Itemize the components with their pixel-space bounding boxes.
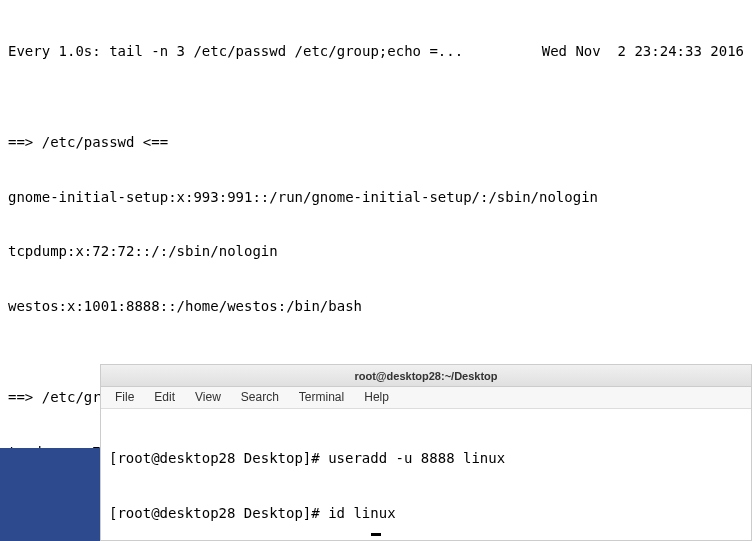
bg-line: tcpdump:x:72:72::/:/sbin/nologin — [8, 242, 744, 260]
menubar: File Edit View Search Terminal Help — [101, 387, 751, 409]
cursor-icon — [371, 533, 381, 536]
menu-help[interactable]: Help — [356, 388, 397, 408]
bg-line: ==> /etc/passwd <== — [8, 133, 744, 151]
window-title: root@desktop28:~/Desktop — [354, 370, 497, 382]
terminal-window: root@desktop28:~/Desktop File Edit View … — [100, 364, 752, 541]
menu-edit[interactable]: Edit — [146, 388, 183, 408]
terminal-content[interactable]: [root@desktop28 Desktop]# useradd -u 888… — [101, 409, 751, 540]
menu-file[interactable]: File — [107, 388, 142, 408]
watch-timestamp: Wed Nov 2 23:24:33 2016 — [542, 42, 744, 60]
desktop-background — [0, 448, 100, 541]
menu-terminal[interactable]: Terminal — [291, 388, 352, 408]
watch-command: Every 1.0s: tail -n 3 /etc/passwd /etc/g… — [8, 42, 463, 60]
bg-line: gnome-initial-setup:x:993:991::/run/gnom… — [8, 188, 744, 206]
menu-view[interactable]: View — [187, 388, 229, 408]
menu-search[interactable]: Search — [233, 388, 287, 408]
term-line: [root@desktop28 Desktop]# useradd -u 888… — [109, 449, 743, 467]
window-titlebar[interactable]: root@desktop28:~/Desktop — [101, 365, 751, 387]
bottom-edge — [0, 533, 752, 541]
term-line: [root@desktop28 Desktop]# id linux — [109, 504, 743, 522]
bg-line: westos:x:1001:8888::/home/westos:/bin/ba… — [8, 297, 744, 315]
